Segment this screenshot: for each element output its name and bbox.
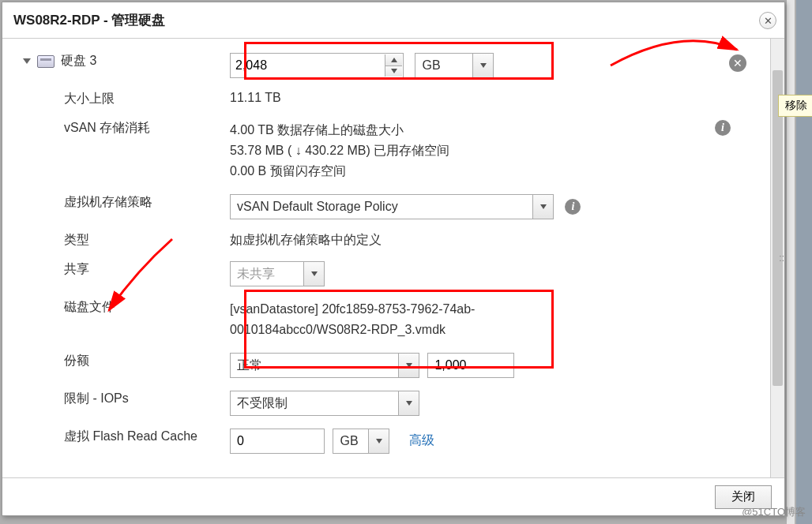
expand-arrow-icon[interactable] xyxy=(23,58,31,64)
iops-label: 限制 - IOPs xyxy=(9,387,230,407)
chevron-down-icon[interactable] xyxy=(532,195,553,219)
quota-row: 份额 正常 xyxy=(9,345,778,383)
policy-value-col: vSAN Default Storage Policy i xyxy=(230,191,778,219)
chevron-down-icon[interactable] xyxy=(368,429,389,453)
flash-value-input[interactable] xyxy=(230,429,325,454)
quota-value-col: 正常 xyxy=(230,350,778,378)
dialog-title: WS08R2-RDP - 管理硬盘 xyxy=(13,11,165,29)
type-label: 类型 xyxy=(9,229,230,249)
disk-size-input[interactable] xyxy=(230,53,404,78)
disk-file-value: [vsanDatastore] 20fc1859-8753-7962-74ab-… xyxy=(230,296,530,340)
flash-label: 虚拟 Flash Read Cache xyxy=(9,425,230,445)
max-size-value: 11.11 TB xyxy=(230,88,778,105)
info-icon[interactable]: i xyxy=(565,199,581,215)
disk-icon xyxy=(37,55,55,68)
storage-policy-dropdown[interactable]: vSAN Default Storage Policy xyxy=(230,194,554,219)
flash-value-col: GB 高级 xyxy=(230,425,778,454)
chevron-down-icon[interactable] xyxy=(472,54,493,77)
iops-row: 限制 - IOPs 不受限制 xyxy=(9,383,778,421)
policy-row: 虚拟机存储策略 vSAN Default Storage Policy i xyxy=(9,186,778,224)
background-stripe-gray xyxy=(787,0,795,524)
share-value-col: 未共享 xyxy=(230,258,778,286)
info-icon[interactable]: i xyxy=(715,120,731,136)
advanced-link[interactable]: 高级 xyxy=(409,433,434,447)
chevron-down-icon[interactable] xyxy=(303,262,324,286)
flash-unit-dropdown[interactable]: GB xyxy=(333,429,389,454)
iops-value: 不受限制 xyxy=(231,395,311,412)
remove-disk-button[interactable]: ✕ xyxy=(729,54,746,72)
vsan-line2: 53.78 MB ( ↓ 430.22 MB) 已用存储空间 xyxy=(230,140,707,161)
size-unit-dropdown[interactable]: GB xyxy=(415,53,494,78)
chevron-down-icon[interactable] xyxy=(398,354,419,377)
size-unit-value: GB xyxy=(415,58,464,73)
type-value: 如虚拟机存储策略中的定义 xyxy=(230,229,778,249)
vsan-row: vSAN 存储消耗 4.00 TB 数据存储上的磁盘大小 53.78 MB ( … xyxy=(9,112,778,186)
watermark: @51CTO博客 xyxy=(742,505,806,519)
scrollbar-thumb[interactable] xyxy=(773,70,783,386)
quota-dropdown[interactable]: 正常 xyxy=(230,353,419,378)
titlebar: WS08R2-RDP - 管理硬盘 ✕ xyxy=(2,2,784,39)
remove-tooltip: 移除 xyxy=(778,95,812,117)
quota-label: 份额 xyxy=(9,350,230,369)
disk-name: 硬盘 3 xyxy=(61,53,96,69)
size-increment-button[interactable] xyxy=(385,54,402,66)
iops-value-col: 不受限制 xyxy=(230,387,778,416)
chevron-down-icon[interactable] xyxy=(398,391,419,415)
share-value: 未共享 xyxy=(231,266,299,283)
background-stripe-blue xyxy=(796,0,812,524)
vsan-label: vSAN 存储消耗 xyxy=(9,117,230,137)
max-size-label: 大小上限 xyxy=(9,88,230,107)
iops-dropdown[interactable]: 不受限制 xyxy=(230,391,419,416)
disk-file-label: 磁盘文件 xyxy=(9,296,230,316)
content-area: 硬盘 3 GB ✕ 大小上限 xyxy=(2,39,784,477)
dialog-footer: 关闭 xyxy=(2,477,784,515)
size-decrement-button[interactable] xyxy=(385,66,402,77)
disk-header-row: 硬盘 3 GB ✕ xyxy=(9,45,778,83)
share-label: 共享 xyxy=(9,258,230,278)
storage-policy-value: vSAN Default Storage Policy xyxy=(231,200,422,214)
disk-size-value[interactable] xyxy=(235,58,362,73)
quota-number-input[interactable] xyxy=(427,353,514,378)
quota-value: 正常 xyxy=(231,357,286,374)
disk-header-label[interactable]: 硬盘 3 xyxy=(9,50,230,69)
disk-file-row: 磁盘文件 [vsanDatastore] 20fc1859-8753-7962-… xyxy=(9,291,778,345)
share-row: 共享 未共享 xyxy=(9,253,778,291)
flash-row: 虚拟 Flash Read Cache GB 高级 xyxy=(9,421,778,458)
vsan-value: 4.00 TB 数据存储上的磁盘大小 53.78 MB ( ↓ 430.22 M… xyxy=(230,117,707,182)
share-dropdown[interactable]: 未共享 xyxy=(230,261,325,286)
max-size-row: 大小上限 11.11 TB xyxy=(9,83,778,112)
policy-label: 虚拟机存储策略 xyxy=(9,191,230,211)
dialog-window: WS08R2-RDP - 管理硬盘 ✕ 硬盘 3 GB xyxy=(2,2,785,516)
disk-size-controls: GB xyxy=(230,50,778,78)
vsan-line3: 0.00 B 预留闪存空间 xyxy=(230,161,707,182)
vsan-line1: 4.00 TB 数据存储上的磁盘大小 xyxy=(230,120,707,140)
type-row: 类型 如虚拟机存储策略中的定义 xyxy=(9,224,778,253)
close-icon[interactable]: ✕ xyxy=(759,12,776,29)
scroll-grip-icon: :: xyxy=(779,253,784,264)
